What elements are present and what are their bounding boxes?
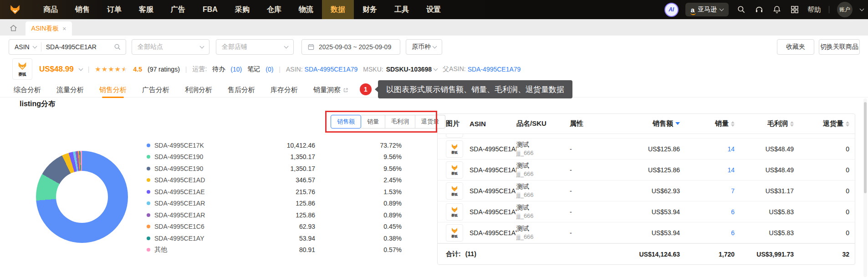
cell-quantity-link[interactable]: 7 bbox=[680, 187, 735, 195]
help-link[interactable]: 帮助 bbox=[807, 5, 821, 14]
menu-item-settings[interactable]: 设置 bbox=[418, 0, 449, 19]
menu-item-data[interactable]: 数据 bbox=[322, 0, 354, 19]
sort-icon[interactable] bbox=[846, 119, 849, 129]
legend-item[interactable]: SDA-4995CE1901,350.179.56% bbox=[147, 151, 402, 163]
date-range-picker[interactable]: 2025-09-03 ~ 2025-09-09 bbox=[301, 39, 400, 55]
legend-item[interactable]: SDA-4995CE1AE215.761.53% bbox=[147, 186, 402, 198]
col-header-asin[interactable]: ASIN bbox=[470, 120, 516, 128]
menu-item-finance[interactable]: 财务 bbox=[354, 0, 386, 19]
tab-profit-analysis[interactable]: 利润分析 bbox=[185, 86, 212, 98]
cell-quantity-link[interactable]: 6 bbox=[680, 208, 735, 216]
cell-image[interactable]: 赛狐 bbox=[446, 224, 470, 242]
table-row[interactable]: 赛狐 SDA-4995CE1AY⇄ 测试jjj_666 - US$53.94 6… bbox=[438, 201, 855, 222]
cell-image[interactable]: 赛狐 bbox=[446, 161, 470, 179]
legend-item[interactable]: 其他80.910.57% bbox=[147, 244, 402, 256]
metric-tab-sales[interactable]: 销售额 bbox=[331, 115, 361, 129]
tab-aftersale-analysis[interactable]: 售后分析 bbox=[228, 86, 255, 98]
notifications-bell-icon[interactable] bbox=[772, 5, 782, 15]
tab-overview-analysis[interactable]: 综合分析 bbox=[14, 86, 41, 98]
tab-ad-analysis[interactable]: 广告分析 bbox=[142, 86, 169, 98]
cell-quantity-link[interactable]: 6 bbox=[680, 229, 735, 237]
table-row[interactable]: 赛狐 SDA-4995CE1AR⇄ 测试jjj_666 - US$125.86 … bbox=[438, 139, 855, 160]
tab-traffic-analysis[interactable]: 流量分析 bbox=[56, 86, 84, 98]
menu-item-logistics[interactable]: 物流 bbox=[290, 0, 322, 19]
favorites-button[interactable]: 收藏夹 bbox=[777, 39, 814, 55]
search-icon[interactable] bbox=[736, 5, 746, 15]
tab-sales-insight[interactable]: 销量洞察 bbox=[313, 86, 348, 98]
switch-related-products-button[interactable]: 切换关联商品 bbox=[819, 39, 860, 55]
price-chevron-icon[interactable] bbox=[78, 66, 83, 71]
tab-inventory-analysis[interactable]: 库存分析 bbox=[271, 86, 298, 98]
parent-asin-label: 父ASIN: bbox=[443, 65, 466, 73]
asin-text[interactable]: SDA-4995CE1AR bbox=[470, 166, 516, 174]
note-count-link[interactable]: (0) bbox=[266, 66, 273, 73]
col-header-profit[interactable]: 毛利润 bbox=[735, 119, 794, 129]
legend-item[interactable]: SDA-4995CE1901,350.179.56% bbox=[147, 163, 402, 175]
menu-item-warehouse[interactable]: 仓库 bbox=[258, 0, 290, 19]
menu-item-purchase[interactable]: 采购 bbox=[226, 0, 258, 19]
menu-item-sales[interactable]: 销售 bbox=[66, 0, 98, 19]
asin-text[interactable]: SDA-4995CE1AR bbox=[470, 145, 516, 153]
sort-icon[interactable] bbox=[790, 119, 794, 129]
sort-desc-icon[interactable] bbox=[675, 122, 680, 127]
col-header-quantity[interactable]: 销量 bbox=[680, 119, 735, 129]
col-header-image[interactable]: 图片 bbox=[446, 119, 470, 128]
app-logo-fox-icon[interactable] bbox=[8, 3, 22, 16]
sort-icon[interactable] bbox=[731, 119, 735, 129]
scrollbar-thumb[interactable] bbox=[864, 102, 867, 193]
asin-text[interactable]: SDA-4995CE1AY bbox=[470, 229, 516, 237]
tab-sales-analysis[interactable]: 销售分析 bbox=[99, 86, 127, 98]
account-chevron-icon[interactable] bbox=[860, 7, 864, 11]
asin-text[interactable]: SDA-4995CE1AY bbox=[470, 208, 516, 216]
search-icon[interactable] bbox=[114, 43, 121, 51]
menu-item-products[interactable]: 商品 bbox=[35, 0, 66, 19]
table-row[interactable]: 赛狐 SDA-4995CE1A79K⇄ 测试jjj_666 - US$62.93… bbox=[438, 180, 855, 201]
legend-item[interactable]: SDA-4995CE1AR125.860.89% bbox=[147, 209, 402, 221]
home-icon[interactable] bbox=[8, 22, 19, 33]
col-header-returns[interactable]: 退货量 bbox=[794, 119, 849, 129]
asin-value-link[interactable]: SDA-4995CE1A79 bbox=[305, 66, 358, 73]
donut-chart[interactable] bbox=[36, 151, 128, 243]
tab-asin-dashboard[interactable]: ASIN看板 × bbox=[26, 21, 72, 36]
col-header-name-sku[interactable]: 品名/SKU bbox=[516, 119, 570, 128]
apps-grid-icon[interactable] bbox=[790, 5, 800, 15]
legend-item[interactable]: SDA-4995CE1C662.930.45% bbox=[147, 221, 402, 233]
vertical-scrollbar[interactable] bbox=[863, 98, 867, 277]
tab-close-icon[interactable]: × bbox=[62, 25, 66, 32]
asin-search-input[interactable] bbox=[41, 43, 114, 51]
cell-image[interactable]: 赛狐 bbox=[446, 140, 470, 158]
menu-item-ads[interactable]: 广告 bbox=[162, 0, 194, 19]
table-row[interactable]: 赛狐 SDA-4995CE1AY⇄ 测试jjj_666 - US$53.94 6… bbox=[438, 222, 855, 243]
cell-image[interactable]: 赛狐 bbox=[446, 182, 470, 200]
menu-item-service[interactable]: 客服 bbox=[130, 0, 162, 19]
col-header-sales[interactable]: 销售额 bbox=[625, 119, 680, 128]
account-button[interactable]: 账户 bbox=[837, 2, 853, 17]
search-type-select[interactable]: ASIN bbox=[9, 43, 41, 51]
col-header-attr[interactable]: 属性 bbox=[570, 119, 625, 128]
menu-item-orders[interactable]: 订单 bbox=[98, 0, 130, 19]
metric-tab-returns[interactable]: 退货量 bbox=[415, 115, 445, 129]
todo-count-link[interactable]: (10) bbox=[230, 66, 242, 73]
legend-item[interactable]: SDA-4995CE1AR125.860.89% bbox=[147, 198, 402, 210]
menu-item-tools[interactable]: 工具 bbox=[386, 0, 418, 19]
site-select[interactable]: 全部站点 bbox=[132, 39, 209, 55]
table-row[interactable]: 赛狐 SDA-4995CE1AR⇄ 测试jjj_666 - US$125.86 … bbox=[438, 160, 855, 180]
currency-select[interactable]: 原币种 bbox=[406, 39, 442, 55]
legend-item[interactable]: SDA-4995CE17K10,412.4673.72% bbox=[147, 139, 402, 151]
metric-tab-quantity[interactable]: 销量 bbox=[361, 115, 385, 129]
legend-item[interactable]: SDA-4995CE1AD346.572.45% bbox=[147, 175, 402, 186]
menu-item-fba[interactable]: FBA bbox=[194, 0, 226, 19]
msku-value[interactable]: SDSKU-103698 bbox=[386, 66, 437, 73]
cell-image[interactable]: 赛狐 bbox=[446, 203, 470, 221]
ai-assistant-button[interactable]: AI bbox=[665, 4, 678, 16]
asin-text[interactable]: SDA-4995CE1A79K bbox=[470, 187, 516, 195]
product-thumbnail[interactable]: 赛狐 bbox=[12, 58, 32, 80]
support-headset-icon[interactable] bbox=[754, 5, 764, 15]
legend-item[interactable]: SDA-4995CE1AY53.940.38% bbox=[147, 232, 402, 244]
cell-quantity-link[interactable]: 14 bbox=[680, 145, 735, 153]
parent-asin-link[interactable]: SDA-4995CE1A79 bbox=[468, 66, 521, 73]
cell-quantity-link[interactable]: 14 bbox=[680, 166, 735, 174]
store-select[interactable]: 全部店铺 bbox=[216, 39, 294, 55]
marketplace-switcher[interactable]: a 亚马逊 bbox=[685, 3, 729, 16]
metric-tab-profit[interactable]: 毛利润 bbox=[385, 115, 415, 129]
